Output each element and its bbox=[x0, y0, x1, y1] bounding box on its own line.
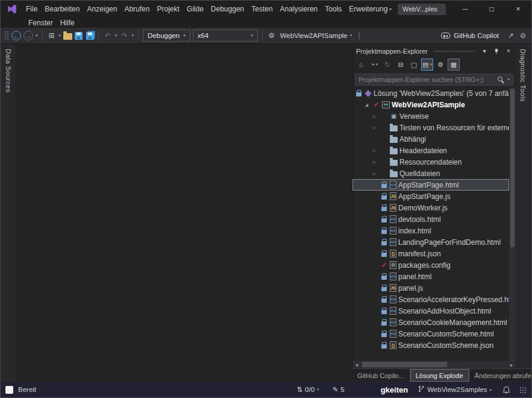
tree-item[interactable]: <>panel.html bbox=[352, 271, 509, 282]
menu-item-debuggen[interactable]: Debuggen bbox=[207, 2, 248, 16]
panel-options-caret-icon[interactable]: ▾ bbox=[480, 46, 489, 56]
scroll-right-icon[interactable]: ▸ bbox=[507, 361, 516, 368]
tree-item[interactable]: <>index.html bbox=[352, 225, 509, 236]
tree-item[interactable]: <>AppStartPage.html bbox=[352, 179, 509, 191]
undo-icon[interactable]: ↶ bbox=[103, 31, 113, 40]
save-icon[interactable] bbox=[75, 32, 83, 40]
titlebar-search-box[interactable]: WebV...ples bbox=[398, 4, 446, 15]
tree-item[interactable]: ▷Ressourcendateien bbox=[352, 156, 509, 168]
resize-grip[interactable] bbox=[519, 386, 527, 394]
editor-area[interactable] bbox=[16, 44, 351, 382]
collapsed-arrow-icon[interactable]: ▷ bbox=[371, 160, 378, 165]
share-icon[interactable]: ↗ bbox=[506, 31, 516, 40]
panel-tab-github-copilo-[interactable]: GitHub Copilo... bbox=[352, 369, 410, 382]
close-button[interactable]: × bbox=[505, 1, 531, 17]
collapsed-arrow-icon[interactable]: ▷ bbox=[371, 125, 378, 130]
tree-item[interactable]: ▷Headerdateien bbox=[352, 145, 509, 156]
tree-item[interactable]: Abhängi bbox=[352, 133, 509, 145]
tree-horizontal-scrollbar[interactable]: ◂ ▸ bbox=[352, 361, 516, 368]
refresh-icon[interactable]: ↻ bbox=[381, 58, 393, 71]
notifications-bell-icon[interactable] bbox=[502, 386, 510, 394]
navigate-back-icon[interactable]: ← bbox=[11, 31, 21, 40]
tree-item[interactable]: <>devtools.html bbox=[352, 213, 509, 225]
open-file-icon[interactable] bbox=[63, 33, 72, 40]
preview-selected-icon[interactable]: ▦ bbox=[448, 58, 460, 71]
status-tool-icon[interactable] bbox=[5, 386, 13, 394]
tree-item[interactable]: <>ScenarioAddHostObject.html bbox=[352, 305, 509, 317]
pin-icon[interactable] bbox=[492, 46, 501, 56]
panel-tab-lösung-explode[interactable]: Lösung Explode bbox=[410, 369, 469, 382]
undo-caret-icon[interactable]: ▾ bbox=[115, 33, 117, 38]
expanded-arrow-icon[interactable]: ◢ bbox=[363, 103, 371, 107]
redo-icon[interactable]: ↷ bbox=[120, 31, 130, 40]
toolbar-drag-grip[interactable] bbox=[4, 31, 9, 40]
debug-target-dropdown[interactable]: Debuggen ▾ bbox=[143, 30, 190, 42]
horizontal-scrollbar-thumb[interactable] bbox=[362, 362, 447, 367]
show-all-files-icon[interactable]: ▤▾ bbox=[421, 58, 433, 71]
wrench-icon[interactable]: ⚙ bbox=[434, 58, 446, 71]
tree-item[interactable]: JSpanel.js bbox=[352, 282, 509, 294]
menu-item-erweiterungen[interactable]: Erweiterungen bbox=[345, 2, 388, 16]
github-copilot-button[interactable]: GitHub Copilot bbox=[436, 32, 504, 39]
menu-item-analysieren[interactable]: Analysieren bbox=[277, 2, 322, 16]
tree-item[interactable]: ✓⚙packages.config bbox=[352, 259, 509, 271]
tree-item[interactable]: <>ScenarioAcceleratorKeyPressed.ht bbox=[352, 294, 509, 305]
tab-data-sources[interactable]: Data Sources bbox=[5, 44, 12, 93]
tree-item[interactable]: JSAppStartPage.js bbox=[352, 191, 509, 202]
tree-item[interactable]: ▷Testen von Ressourcen für externe bbox=[352, 122, 509, 133]
tab-diagnostic-tools[interactable]: Diagnostic Tools bbox=[519, 44, 527, 102]
pending-changes-filter-icon[interactable]: ◔▾ bbox=[368, 58, 380, 71]
panel-tab-änderungen-abrufen[interactable]: Änderungen abrufen bbox=[469, 369, 531, 382]
tree-item[interactable]: <>ScenarioCustomScheme.html bbox=[352, 328, 509, 340]
tree-item[interactable]: JSDemoWorker.js bbox=[352, 202, 509, 213]
status-branch-text[interactable]: gkeiten bbox=[381, 385, 408, 394]
tree-item[interactable]: ▷Quelldateien bbox=[352, 168, 509, 179]
switch-views-icon[interactable]: ⌂ bbox=[355, 58, 367, 71]
menu-item-tools[interactable]: Tools bbox=[321, 2, 345, 16]
tree-item[interactable]: ▷▣Verweise bbox=[352, 110, 509, 122]
tree-item[interactable]: {}manifest.json bbox=[352, 248, 509, 259]
collapsed-arrow-icon[interactable]: ▷ bbox=[371, 148, 378, 153]
collapsed-arrow-icon[interactable]: ▷ bbox=[371, 114, 378, 119]
menu-item-abrufen[interactable]: Abrufen bbox=[120, 2, 153, 16]
panel-drag-grip[interactable] bbox=[434, 50, 475, 53]
menu-item-gilde[interactable]: Gilde bbox=[183, 2, 207, 16]
feedback-icon[interactable]: ⊘ bbox=[518, 31, 528, 40]
tree-item[interactable]: Lösung 'WebView2Samples' (5 von 7 anfäll… bbox=[352, 87, 509, 99]
navigate-forward-icon[interactable]: → bbox=[23, 31, 33, 40]
minimize-button[interactable]: ─ bbox=[452, 1, 478, 17]
vertical-scrollbar-thumb[interactable] bbox=[510, 89, 515, 247]
startup-project-caret-icon[interactable]: ▾ bbox=[350, 33, 352, 38]
tree-item[interactable]: {}ScenarioCustomScheme.json bbox=[352, 340, 509, 351]
collapsed-arrow-icon[interactable]: ▷ bbox=[371, 171, 378, 176]
status-pending-edits[interactable]: ✎ 5 bbox=[333, 385, 345, 394]
redo-caret-icon[interactable]: ▾ bbox=[132, 33, 134, 38]
menu-item-projekt[interactable]: Projekt bbox=[153, 2, 183, 16]
startup-project-dropdown[interactable]: WebView2APISample bbox=[280, 32, 348, 39]
menu-item-testen[interactable]: Testen bbox=[248, 2, 276, 16]
tree-vertical-scrollbar[interactable] bbox=[509, 87, 516, 361]
horizontal-scrollbar-track[interactable] bbox=[361, 361, 507, 368]
panel-close-icon[interactable]: × bbox=[504, 46, 513, 56]
new-project-icon[interactable]: ⊞ bbox=[47, 31, 57, 40]
maximize-button[interactable]: □ bbox=[478, 1, 505, 17]
tree-item[interactable]: ◢✓++WebView2APISample bbox=[352, 99, 509, 110]
toolbar-overflow-icon[interactable]: ⋮ bbox=[354, 31, 364, 40]
status-repository[interactable]: WebView2Samples ▴ bbox=[418, 385, 492, 394]
menu-overflow-chevron-icon[interactable]: ▾ bbox=[388, 7, 398, 12]
scroll-left-icon[interactable]: ◂ bbox=[352, 361, 361, 368]
search-options-caret-icon[interactable]: ▾ bbox=[507, 77, 510, 82]
solution-search-box[interactable]: Projektmappen-Explorer suchen (STRG+;) ▾ bbox=[355, 74, 513, 86]
save-all-icon[interactable] bbox=[86, 32, 94, 40]
menu-item-anzeigen[interactable]: Anzeigen bbox=[83, 2, 120, 16]
status-incoming-outgoing[interactable]: ⇅ 0/0 ▾ bbox=[296, 385, 319, 394]
platform-dropdown[interactable]: x64 ▾ bbox=[193, 30, 258, 42]
tree-item[interactable]: <>LandingPageForFindDemo.html bbox=[352, 236, 509, 248]
navigation-dropdown-caret-icon[interactable]: ▾ bbox=[36, 33, 38, 38]
tree-item[interactable]: <>ScenarioCookieManagement.html bbox=[352, 317, 509, 328]
collapse-all-icon[interactable]: ⊟ bbox=[395, 58, 407, 71]
menu-item-bearbeiten[interactable]: Bearbeiten bbox=[41, 2, 83, 16]
new-project-caret-icon[interactable]: ▾ bbox=[59, 33, 61, 38]
menu-item-file[interactable]: File bbox=[22, 2, 41, 16]
scope-to-this-icon[interactable]: ▢ bbox=[408, 58, 420, 71]
